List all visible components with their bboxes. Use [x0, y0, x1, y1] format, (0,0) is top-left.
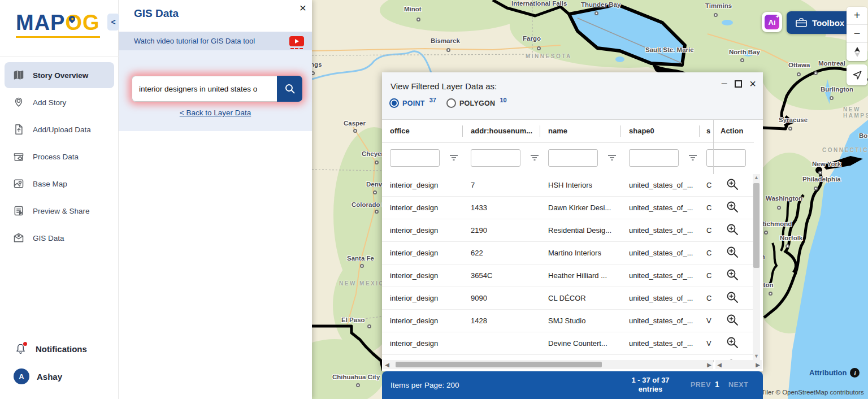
zoom-to-feature-button[interactable]: [726, 223, 739, 238]
map-city-dot: [367, 324, 371, 328]
sidebar-item-preview-share[interactable]: Preview & Share: [5, 198, 114, 224]
gis-search-input[interactable]: [132, 76, 277, 102]
prev-page-button[interactable]: PREV: [691, 381, 711, 389]
zoom-to-feature-button[interactable]: [726, 313, 739, 328]
map-city-dot: [356, 383, 360, 387]
map-city-dot: [788, 127, 792, 131]
radio-point[interactable]: POINT 37: [389, 98, 436, 108]
action-scroll-left-arrow[interactable]: ◀: [715, 362, 723, 368]
column-header-housenum[interactable]: addr:housenum...: [471, 127, 532, 135]
attribution-label: Attribution: [809, 368, 847, 377]
column-separator: [699, 125, 700, 137]
preview-share-icon: [12, 205, 25, 217]
action-horizontal-scrollbar[interactable]: ◀ ▶: [715, 360, 762, 369]
horizontal-scroll-thumb[interactable]: [396, 362, 602, 367]
sparkle-icon: ✦: [775, 14, 779, 19]
column-header-shape0[interactable]: shape0: [629, 127, 654, 135]
story-overview-icon: [12, 69, 25, 81]
zoom-to-feature-button[interactable]: [726, 268, 739, 283]
sidebar-item-story-overview[interactable]: Story Overview: [5, 62, 114, 88]
notifications-item[interactable]: Notifications: [0, 337, 119, 361]
radio-button-icon[interactable]: [446, 98, 456, 108]
map-city-dot: [818, 171, 822, 175]
minimize-button[interactable]: −: [721, 78, 728, 89]
zoom-to-feature-button[interactable]: [726, 336, 739, 351]
maximize-button[interactable]: [735, 80, 742, 88]
map-city-label: Richmond: [760, 220, 792, 227]
sidebar-item-base-map[interactable]: Base Map: [5, 171, 114, 197]
ai-assistant-button[interactable]: Ai✦: [762, 12, 782, 32]
map-city-dot: [764, 231, 768, 235]
scroll-up-arrow[interactable]: ▲: [753, 174, 760, 181]
radio-polygon[interactable]: POLYGON 10: [446, 98, 507, 108]
map-city-dot: [740, 58, 744, 62]
scroll-right-arrow[interactable]: ▶: [705, 362, 713, 368]
sidebar-item-add-upload-data[interactable]: Add/Upload Data: [5, 116, 114, 142]
cell-shape0: united_states_of_...: [629, 181, 704, 189]
map-city-dot: [446, 48, 450, 52]
column-header-action[interactable]: Action: [721, 127, 743, 135]
toolbox-button[interactable]: Toolbox: [787, 11, 853, 34]
back-to-layer-data-link[interactable]: < Back to Layer Data: [119, 109, 312, 117]
map-city-label: Bos: [859, 132, 868, 139]
base-map-icon: [12, 177, 25, 190]
map-city-dot: [797, 72, 801, 76]
zoom-out-button[interactable]: −: [847, 25, 867, 43]
user-profile-item[interactable]: A Ashay: [0, 361, 119, 390]
compass-button[interactable]: [847, 43, 867, 61]
mapog-logo: MAPOG: [16, 11, 100, 38]
filter-input-office[interactable]: [390, 149, 440, 167]
filter-input-shape0[interactable]: [629, 149, 679, 167]
youtube-icon: [289, 36, 304, 46]
cell-name: HSH Interiors: [548, 181, 626, 189]
feature-count: 10: [500, 97, 506, 103]
radio-button-icon[interactable]: [389, 98, 399, 108]
search-button[interactable]: [277, 76, 302, 102]
cell-office: interior_design: [390, 203, 461, 212]
zoom-to-feature-button[interactable]: [726, 245, 739, 261]
filter-input-housenum[interactable]: [471, 149, 520, 167]
filter-icon[interactable]: [449, 153, 459, 163]
cell-name: Devine Countert...: [548, 339, 626, 348]
radio-label: POINT: [402, 99, 425, 107]
sidebar-item-add-story[interactable]: Add Story: [5, 89, 114, 115]
column-header-office[interactable]: office: [390, 127, 410, 135]
zoom-to-feature-button[interactable]: [726, 200, 739, 215]
cell-shape0: united_states_of_...: [629, 316, 704, 325]
next-page-button[interactable]: NEXT: [728, 381, 748, 389]
cell-housenum: 1433: [471, 203, 539, 212]
close-dialog-button[interactable]: ×: [749, 78, 756, 89]
vertical-scroll-thumb[interactable]: [753, 183, 760, 268]
zoom-to-feature-button[interactable]: [726, 177, 739, 193]
map-city-label: Thunder Bay: [581, 1, 620, 8]
filter-input-name[interactable]: [548, 149, 598, 167]
zoom-to-feature-button[interactable]: [726, 290, 739, 306]
scroll-left-arrow[interactable]: ◀: [383, 362, 391, 368]
map-city-dot: [830, 96, 834, 100]
dialog-header: View Filtered Layer Data as: POINT 37 PO…: [382, 72, 763, 120]
cell-housenum: 1428: [471, 316, 539, 325]
column-header-s[interactable]: s: [706, 127, 710, 135]
filter-input-s[interactable]: [706, 149, 746, 167]
action-scroll-right-arrow[interactable]: ▶: [754, 362, 762, 368]
attribution[interactable]: Attribution i: [809, 368, 860, 378]
column-header-name[interactable]: name: [548, 127, 567, 135]
horizontal-scrollbar[interactable]: ◀ ▶: [383, 360, 713, 369]
table-row: [382, 355, 753, 360]
collapse-sidebar-button[interactable]: <: [107, 14, 119, 31]
video-tutorial-banner[interactable]: Watch video tutorial for GIS Data tool: [119, 32, 312, 50]
sidebar-item-gis-data[interactable]: GIS Data: [5, 225, 114, 251]
navigation-arrow-icon: [852, 70, 862, 80]
zoom-in-button[interactable]: +: [847, 7, 867, 25]
map-city-label: El Paso: [341, 316, 365, 323]
filter-icon[interactable]: [607, 153, 617, 163]
locate-button[interactable]: [847, 64, 867, 85]
current-page-number[interactable]: 1: [715, 380, 719, 389]
sidebar-item-process-data[interactable]: Process Data: [5, 144, 114, 170]
close-panel-button[interactable]: ×: [300, 1, 306, 15]
scroll-down-arrow[interactable]: ▼: [753, 353, 760, 360]
vertical-scrollbar[interactable]: ▲ ▼: [753, 174, 760, 360]
map-city-dot: [416, 18, 420, 21]
filter-icon[interactable]: [688, 153, 698, 163]
filter-icon[interactable]: [530, 153, 540, 163]
